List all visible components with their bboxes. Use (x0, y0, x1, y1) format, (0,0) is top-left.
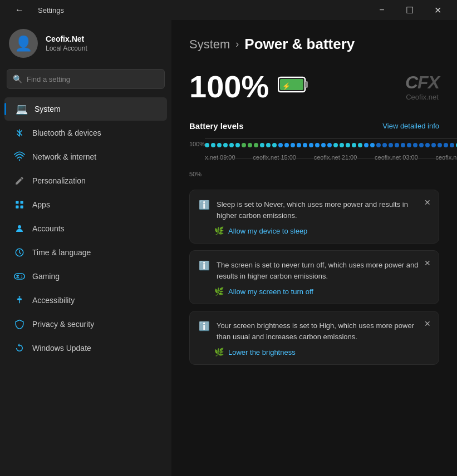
info-icon-sleep: ℹ️ (199, 200, 210, 210)
svg-rect-1 (16, 201, 18, 204)
leaf-icon-sleep: 🌿 (214, 226, 224, 235)
profile-section[interactable]: 👤 Ceofix.Net Local Account (0, 20, 171, 69)
svg-point-12 (21, 277, 22, 278)
privacy-icon (13, 318, 26, 330)
watermark: CFX Ceofix.net (405, 72, 439, 101)
view-detailed-link[interactable]: View detailed info (382, 122, 439, 130)
personalization-icon (13, 175, 26, 187)
battery-icon: ⚡ (278, 73, 309, 100)
chart-y-100: 100% (189, 141, 205, 147)
notif-top-brightness: ℹ️ Your screen brightness is set to High… (199, 320, 430, 342)
notif-close-sleep[interactable]: ✕ (422, 196, 433, 209)
search-box[interactable]: 🔍 (7, 69, 165, 89)
chart-dots (205, 138, 457, 152)
back-button[interactable]: ← (7, 1, 32, 19)
sidebar-item-windows-update[interactable]: Windows Update (4, 336, 167, 360)
sidebar-item-time[interactable]: Time & language (4, 241, 167, 264)
breadcrumb-chevron: › (235, 38, 239, 50)
sidebar-item-gaming[interactable]: Gaming (4, 265, 167, 288)
sidebar-item-accounts[interactable]: Accounts (4, 217, 167, 240)
chart-y-50: 50% (189, 171, 205, 177)
notif-action-label-sleep: Allow my device to sleep (228, 227, 307, 235)
svg-text:⚡: ⚡ (282, 82, 291, 90)
notif-text-brightness: Your screen brightness is set to High, w… (217, 320, 430, 342)
sidebar-label-accounts: Accounts (32, 224, 65, 233)
search-icon: 🔍 (13, 75, 22, 83)
notif-close-brightness[interactable]: ✕ (422, 317, 433, 330)
sidebar-item-personalization[interactable]: Personalization (4, 169, 167, 192)
titlebar: ← Settings − ☐ ✕ (0, 0, 457, 20)
notif-card-brightness: ℹ️ Your screen brightness is set to High… (189, 311, 439, 365)
sidebar-item-bluetooth[interactable]: Bluetooth & devices (4, 121, 167, 145)
battery-display: 100% ⚡ CFX Ceofix.net (189, 68, 439, 105)
sidebar-nav: 💻 System Bluetooth & devices (0, 97, 171, 360)
svg-rect-4 (21, 206, 23, 209)
sidebar-item-apps[interactable]: Apps (4, 193, 167, 216)
sidebar-item-accessibility[interactable]: Accessibility (4, 289, 167, 312)
sidebar-label-windows-update: Windows Update (32, 344, 91, 353)
chart-x-labels: x.net 09:00 ceofix.net 15:00 ceofix.net … (205, 154, 457, 161)
sidebar-label-personalization: Personalization (32, 176, 86, 185)
close-button[interactable]: ✕ (425, 1, 450, 19)
sidebar-item-privacy[interactable]: Privacy & security (4, 313, 167, 336)
app-container: 👤 Ceofix.Net Local Account 🔍 💻 System (0, 20, 457, 476)
minimize-button[interactable]: − (369, 1, 395, 19)
chart-x-2: ceofix.net 21:00 (314, 154, 357, 161)
windows-update-icon (13, 342, 26, 354)
svg-rect-3 (16, 206, 18, 209)
notif-close-screen[interactable]: ✕ (422, 256, 433, 270)
breadcrumb-system[interactable]: System (189, 37, 230, 52)
battery-percentage: 100% (189, 68, 269, 105)
notif-top-screen: ℹ️ The screen is set to never turn off, … (199, 260, 430, 281)
svg-point-0 (19, 160, 21, 161)
titlebar-controls: − ☐ ✕ (369, 1, 450, 19)
watermark-sub: Ceofix.net (405, 93, 439, 101)
notif-text-screen: The screen is set to never turn off, whi… (217, 260, 430, 281)
sidebar-item-system-wrap: 💻 System (0, 97, 171, 121)
svg-point-5 (18, 225, 21, 229)
battery-chart: 100% 50% (189, 138, 439, 177)
search-container: 🔍 (0, 69, 171, 97)
sidebar-label-gaming: Gaming (32, 272, 60, 281)
sidebar-label-network: Network & internet (32, 152, 96, 161)
notif-action-label-screen: Allow my screen to turn off (228, 287, 313, 296)
notif-action-screen[interactable]: 🌿 Allow my screen to turn off (214, 287, 430, 296)
leaf-icon-screen: 🌿 (214, 287, 224, 296)
profile-name: Ceofix.Net (46, 34, 87, 43)
maximize-button[interactable]: ☐ (397, 1, 422, 19)
bluetooth-icon (13, 127, 26, 139)
sidebar-label-bluetooth: Bluetooth & devices (32, 128, 101, 137)
sidebar-item-system[interactable]: 💻 System (4, 97, 167, 121)
titlebar-left: ← Settings (7, 1, 64, 19)
search-input[interactable] (27, 75, 159, 83)
gaming-icon (13, 270, 26, 282)
battery-levels-header: Battery levels View detailed info (189, 121, 439, 131)
leaf-icon-brightness: 🌿 (214, 348, 224, 356)
main-content: System › Power & battery 100% ⚡ C (171, 20, 457, 476)
sidebar: 👤 Ceofix.Net Local Account 🔍 💻 System (0, 20, 171, 476)
notif-text-sleep: Sleep is set to Never, which uses more p… (217, 199, 430, 221)
sidebar-label-accessibility: Accessibility (32, 296, 75, 305)
accounts-icon (13, 222, 26, 235)
accessibility-icon (13, 294, 26, 306)
breadcrumb: System › Power & battery (189, 36, 439, 53)
notif-card-sleep: ℹ️ Sleep is set to Never, which uses mor… (189, 190, 439, 244)
time-icon (13, 246, 26, 259)
sidebar-label-time: Time & language (32, 248, 91, 257)
chart-x-0: x.net 09:00 (205, 154, 235, 161)
sidebar-label-apps: Apps (32, 200, 50, 209)
avatar-icon: 👤 (14, 35, 32, 52)
avatar: 👤 (9, 29, 38, 58)
notif-action-sleep[interactable]: 🌿 Allow my device to sleep (214, 226, 430, 235)
breadcrumb-current: Power & battery (244, 36, 355, 53)
chart-x-4: ceofix.net 09:00 (435, 154, 457, 161)
sidebar-label-system: System (35, 105, 61, 113)
battery-levels-title: Battery levels (189, 121, 244, 131)
notif-top-sleep: ℹ️ Sleep is set to Never, which uses mor… (199, 199, 430, 221)
titlebar-title: Settings (38, 6, 64, 14)
svg-point-13 (19, 296, 21, 298)
notif-action-brightness[interactable]: 🌿 Lower the brightness (214, 348, 430, 356)
chart-x-1: ceofix.net 15:00 (253, 154, 296, 161)
sidebar-item-network[interactable]: Network & internet (4, 145, 167, 168)
svg-rect-2 (21, 201, 23, 204)
